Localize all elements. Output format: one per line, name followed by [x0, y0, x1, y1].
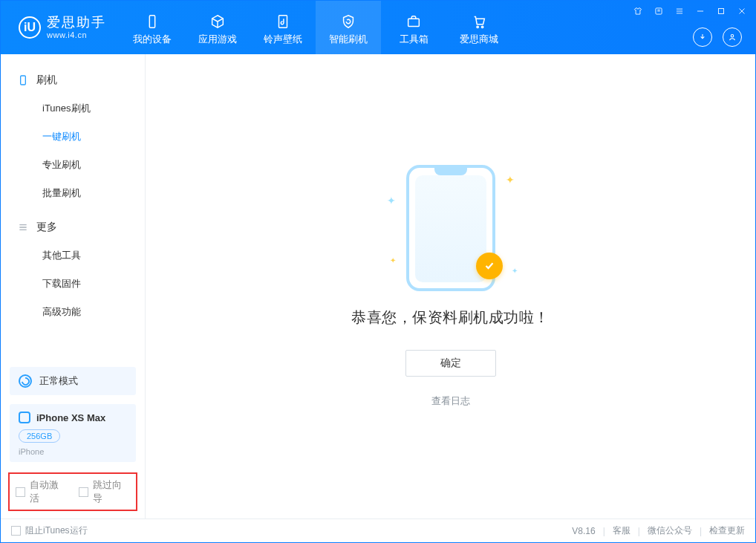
feedback-icon[interactable]	[653, 5, 665, 17]
device-icon	[19, 412, 30, 423]
minimize-button[interactable]	[694, 5, 706, 17]
tab-label: 我的设备	[133, 33, 172, 46]
ok-button[interactable]: 确定	[405, 350, 496, 377]
sidebar-item-batch-flash[interactable]: 批量刷机	[1, 179, 145, 207]
tab-store[interactable]: 爱思商城	[446, 1, 512, 54]
tab-apps[interactable]: 应用游戏	[185, 1, 250, 54]
tab-label: 铃声壁纸	[264, 33, 302, 46]
checkbox-block-itunes[interactable]: 阻止iTunes运行	[11, 524, 88, 537]
svg-point-4	[481, 26, 483, 27]
main-tabs: 我的设备 应用游戏 铃声壁纸 智能刷机 工具箱 爱思商城	[120, 1, 512, 54]
status-link-update[interactable]: 检查更新	[709, 524, 745, 537]
app-name: 爱思助手	[47, 16, 106, 30]
status-bar: 阻止iTunes运行 V8.16 | 客服 | 微信公众号 | 检查更新	[1, 518, 755, 542]
svg-point-7	[731, 35, 734, 38]
tab-label: 智能刷机	[329, 33, 368, 46]
flash-options-highlighted: 自动激活 跳过向导	[8, 472, 137, 511]
sparkle-icon: ✦	[512, 267, 518, 275]
tshirt-icon[interactable]	[632, 5, 644, 17]
device-name: iPhone XS Max	[36, 412, 105, 423]
tab-label: 爱思商城	[460, 33, 498, 46]
checkbox-auto-activate[interactable]: 自动激活	[16, 478, 67, 505]
sparkle-icon: ✦	[506, 174, 515, 186]
tab-toolbox[interactable]: 工具箱	[381, 1, 446, 54]
svg-rect-2	[408, 19, 420, 26]
svg-rect-8	[21, 76, 26, 85]
sidebar-item-pro-flash[interactable]: 专业刷机	[1, 151, 145, 179]
svg-point-3	[477, 26, 478, 27]
sidebar-item-other-tools[interactable]: 其他工具	[1, 241, 145, 270]
phone-icon	[17, 74, 29, 86]
logo-block: iU 爱思助手 www.i4.cn	[1, 16, 120, 39]
mode-label: 正常模式	[39, 374, 78, 388]
app-url: www.i4.cn	[47, 30, 106, 39]
checkbox-skip-guide[interactable]: 跳过向导	[79, 478, 130, 505]
cube-icon	[209, 13, 226, 30]
success-message: 恭喜您，保资料刷机成功啦！	[351, 308, 550, 328]
capacity-badge: 256GB	[19, 429, 60, 443]
main-content: ✦ ✦ ✦ ✦ 恭喜您，保资料刷机成功啦！ 确定 查看日志	[146, 54, 755, 518]
tab-my-device[interactable]: 我的设备	[120, 1, 185, 54]
view-log-link[interactable]: 查看日志	[431, 394, 470, 408]
menu-icon[interactable]	[674, 5, 685, 17]
close-button[interactable]	[736, 5, 748, 17]
music-file-icon	[275, 13, 291, 30]
cart-icon	[471, 13, 487, 30]
refresh-shield-icon	[340, 13, 356, 30]
sparkle-icon: ✦	[387, 195, 396, 207]
sidebar-item-download-firmware[interactable]: 下载固件	[1, 270, 145, 298]
sidebar-item-itunes-flash[interactable]: iTunes刷机	[1, 94, 145, 123]
device-type: iPhone	[19, 447, 44, 456]
device-icon	[144, 13, 160, 30]
list-icon	[17, 221, 29, 233]
user-controls	[693, 27, 742, 47]
sidebar-item-advanced[interactable]: 高级功能	[1, 298, 145, 326]
mode-icon	[19, 374, 32, 388]
account-button[interactable]	[723, 27, 742, 47]
status-link-support[interactable]: 客服	[613, 524, 630, 537]
phone-illustration	[406, 165, 495, 291]
sidebar-group-flash: 刷机	[1, 66, 145, 94]
download-button[interactable]	[693, 27, 712, 47]
app-window: iU 爱思助手 www.i4.cn 我的设备 应用游戏 铃声壁纸 智能刷机	[0, 0, 756, 543]
mode-card[interactable]: 正常模式	[10, 367, 136, 395]
briefcase-icon	[405, 13, 422, 30]
sidebar-item-onekey-flash[interactable]: 一键刷机	[1, 123, 145, 151]
maximize-button[interactable]	[715, 5, 727, 17]
sparkle-icon: ✦	[390, 256, 396, 264]
tab-label: 应用游戏	[198, 33, 237, 46]
window-controls	[632, 5, 748, 17]
titlebar: iU 爱思助手 www.i4.cn 我的设备 应用游戏 铃声壁纸 智能刷机	[1, 1, 755, 54]
tab-flash[interactable]: 智能刷机	[316, 1, 381, 54]
device-card[interactable]: iPhone XS Max 256GB iPhone	[10, 404, 136, 462]
svg-rect-0	[149, 16, 154, 28]
success-illustration: ✦ ✦ ✦ ✦	[406, 165, 495, 297]
tab-ringtones[interactable]: 铃声壁纸	[250, 1, 316, 54]
checkmark-badge	[476, 253, 503, 279]
logo-icon: iU	[19, 16, 41, 39]
svg-rect-1	[279, 16, 287, 28]
version-label: V8.16	[572, 526, 595, 536]
sidebar: 刷机 iTunes刷机 一键刷机 专业刷机 批量刷机 更多 其他工具 下载固件 …	[1, 54, 146, 518]
svg-rect-6	[719, 9, 724, 14]
status-link-wechat[interactable]: 微信公众号	[648, 524, 692, 537]
sidebar-group-more: 更多	[1, 213, 145, 241]
tab-label: 工具箱	[400, 33, 428, 46]
